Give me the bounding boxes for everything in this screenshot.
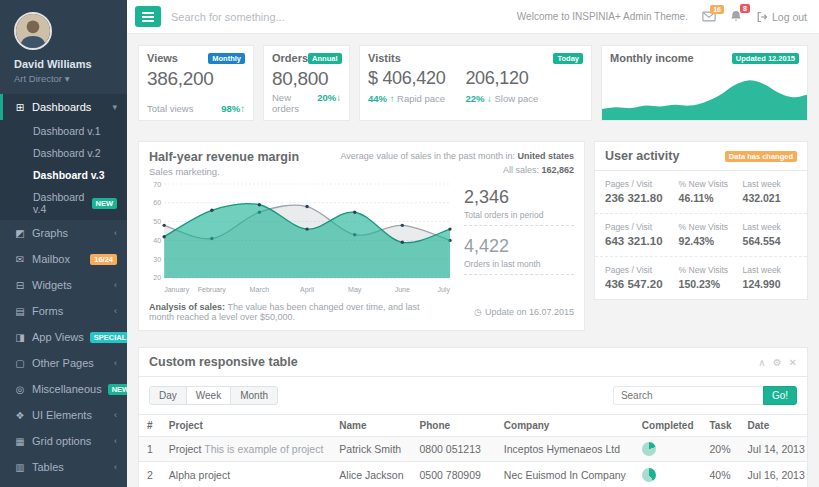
visits-right-caption: Slow pace xyxy=(494,93,538,104)
completed-pie-icon xyxy=(642,468,656,482)
col-company: Company xyxy=(496,415,634,437)
sidebar-item-widgets[interactable]: ⊟ Widgets ‹ xyxy=(0,272,127,298)
income-updated-badge: Updated 12.2015 xyxy=(732,53,799,64)
sidebar-item-other-pages[interactable]: ▢ Other Pages ‹ xyxy=(0,350,127,376)
sidebar-item-forms[interactable]: ▤ Forms ‹ xyxy=(0,298,127,324)
revenue-subtitle: Sales marketing. xyxy=(149,166,299,177)
activity-col-value: 564.554 xyxy=(743,235,797,247)
activity-col-value: 236 321.80 xyxy=(605,192,679,204)
range-month-button[interactable]: Month xyxy=(230,386,278,405)
collapse-icon[interactable]: ∧ xyxy=(758,357,765,368)
miscellaneous-icon: ◎ xyxy=(14,384,26,395)
svg-text:40: 40 xyxy=(153,237,161,244)
orders-in-period-label: Total orders in period xyxy=(464,210,574,226)
chevron-left-icon: ‹ xyxy=(114,462,117,472)
col-num: # xyxy=(139,415,161,437)
orders-last-month-label: Orders in last month xyxy=(464,259,574,275)
sidebar-item-label: Dashboards xyxy=(32,101,106,113)
visits-period-badge: Today xyxy=(553,53,583,64)
activity-col-value: 92.43% xyxy=(679,235,743,247)
svg-text:70: 70 xyxy=(153,181,161,188)
all-sales-value: 162,862 xyxy=(541,165,574,175)
profile: David Williams Art Director ▾ xyxy=(0,0,127,94)
search-go-button[interactable]: Go! xyxy=(763,386,797,405)
sidebar-item-ui-elements[interactable]: ❖ UI Elements ‹ xyxy=(0,402,127,428)
wrench-icon[interactable]: ⚙ xyxy=(773,357,782,368)
avg-sales-value: United states xyxy=(517,151,574,161)
row-name: Patrick Smith xyxy=(331,437,411,462)
sidebar-item-gallery[interactable]: ▣ Gallery ‹ xyxy=(0,480,127,487)
sidebar-item-graphs[interactable]: ◩ Graphs ‹ xyxy=(0,220,127,246)
row-company: Nec Euismod In Company xyxy=(496,462,634,487)
activity-col-value: 436 547.20 xyxy=(605,278,679,290)
sidebar-item-label: Other Pages xyxy=(32,357,108,369)
sidebar-item-dashboards[interactable]: ⊞ Dashboards ▾ xyxy=(0,94,127,120)
avatar[interactable] xyxy=(14,12,52,50)
orders-period-badge: Annual xyxy=(308,53,341,64)
activity-col-value: 643 321.10 xyxy=(605,235,679,247)
range-button-group: Day Week Month xyxy=(149,386,278,405)
visits-stat-box: Vistits Today $ 406,420 44% ↑ Rapid pace xyxy=(359,45,592,121)
views-period-badge: Monthly xyxy=(208,53,245,64)
update-info: ◷ Update on 16.07.2015 xyxy=(474,302,574,322)
chevron-left-icon: ‹ xyxy=(114,436,117,446)
visits-right-value: 206,120 xyxy=(465,68,538,89)
income-sparkline xyxy=(602,76,807,120)
sidebar-item-grid-options[interactable]: ▦ Grid options ‹ xyxy=(0,428,127,454)
chevron-down-icon: ▾ xyxy=(112,102,117,112)
app-views-icon: ◨ xyxy=(14,332,26,343)
sidebar-item-app-views[interactable]: ◨ App Views SPECIAL xyxy=(0,324,127,350)
sidebar-item-label: Grid options xyxy=(32,435,108,447)
row-phone: 0800 051213 xyxy=(412,437,496,462)
content: Views Monthly 386,200 Total views 98%↑ O… xyxy=(127,34,819,487)
app: David Williams Art Director ▾ ⊞ Dashboar… xyxy=(0,0,819,487)
table-search-input[interactable] xyxy=(613,386,763,405)
visits-left-caption: Rapid pace xyxy=(397,93,445,104)
row-completed xyxy=(634,437,702,462)
sidebar-item-label: Tables xyxy=(32,461,108,473)
range-week-button[interactable]: Week xyxy=(186,386,231,405)
row-phone: 0500 780909 xyxy=(412,462,496,487)
orders-stat-box: Orders Annual 80,800 New orders 20%↓ xyxy=(263,45,350,121)
search-input[interactable] xyxy=(171,11,507,23)
sidebar-item-tables[interactable]: ▥ Tables ‹ xyxy=(0,454,127,480)
range-day-button[interactable]: Day xyxy=(149,386,187,405)
row-date: Jul 16, 2013 xyxy=(740,462,808,487)
row-name: Alice Jackson xyxy=(331,462,411,487)
activity-group: Pages / Visit 436 547.20 % New Visits 15… xyxy=(595,257,807,299)
profile-role-dropdown[interactable]: Art Director ▾ xyxy=(14,73,117,84)
orders-caption: New orders xyxy=(272,92,317,114)
notifications-count-badge: 8 xyxy=(740,4,750,13)
profile-name: David Williams xyxy=(14,58,117,70)
sidebar-item-dashboard-v4[interactable]: Dashboard v.4 NEW xyxy=(0,186,127,220)
table-row[interactable]: 2 Alpha project Alice Jackson 0500 78090… xyxy=(139,462,808,487)
topbar-right: Welcome to INSPINIA+ Admin Theme. 16 8 xyxy=(517,10,807,23)
sidebar-item-dashboard-v2[interactable]: Dashboard v.2 xyxy=(0,142,127,164)
graphs-icon: ◩ xyxy=(14,228,26,239)
sidebar-item-mailbox[interactable]: ✉ Mailbox 16/24 xyxy=(0,246,127,272)
table-row[interactable]: 1 Project This is example of project Pat… xyxy=(139,437,808,462)
notifications-button[interactable]: 8 xyxy=(730,10,742,23)
svg-text:June: June xyxy=(395,286,410,293)
row-project: Alpha project xyxy=(161,462,331,487)
activity-group: Pages / Visit 643 321.10 % New Visits 92… xyxy=(595,214,807,257)
sidebar-item-dashboard-v1[interactable]: Dashboard v.1 xyxy=(0,120,127,142)
table-row-wrap: Custom responsive table ∧ ⚙ ✕ Day Week M… xyxy=(138,347,808,487)
close-icon[interactable]: ✕ xyxy=(789,357,797,368)
chevron-left-icon: ‹ xyxy=(114,410,117,420)
sidebar-item-dashboard-v3[interactable]: Dashboard v.3 xyxy=(0,164,127,186)
messages-button[interactable]: 16 xyxy=(702,11,716,22)
row-company: Inceptos Hymenaeos Ltd xyxy=(496,437,634,462)
svg-text:May: May xyxy=(348,286,362,294)
row-task: 20% xyxy=(702,437,740,462)
clock-icon: ◷ xyxy=(474,307,482,317)
grid-icon: ▦ xyxy=(14,436,26,447)
revenue-chart: 203040506070JanuaryFebruaryMarchAprilMay… xyxy=(149,179,452,298)
main-area: Welcome to INSPINIA+ Admin Theme. 16 8 xyxy=(127,0,819,487)
views-title: Views xyxy=(147,52,178,64)
orders-title: Orders xyxy=(272,52,308,64)
sidebar-item-miscellaneous[interactable]: ◎ Miscellaneous NEW xyxy=(0,376,127,402)
logout-button[interactable]: Log out xyxy=(756,11,807,23)
sidebar-toggle-button[interactable] xyxy=(135,6,161,27)
sidebar-menu: ⊞ Dashboards ▾ Dashboard v.1 Dashboard v… xyxy=(0,94,127,487)
